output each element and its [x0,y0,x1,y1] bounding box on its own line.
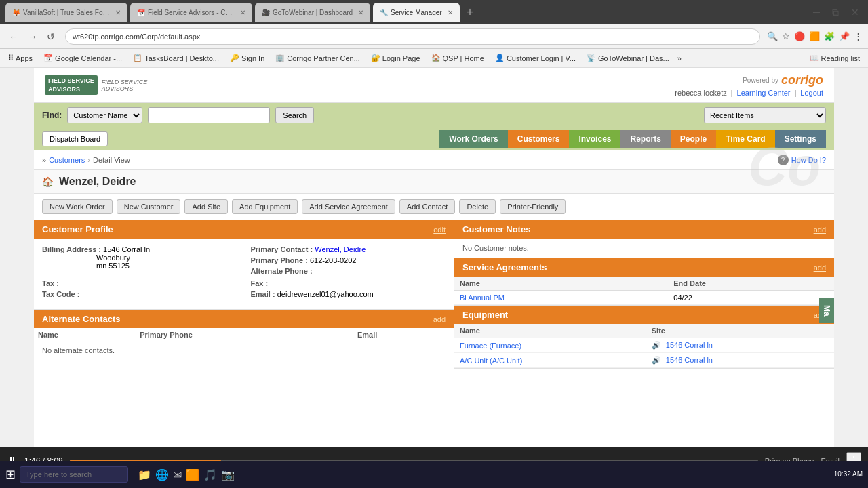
more-bookmarks[interactable]: » [677,54,682,62]
windows-start-button[interactable]: ⊞ [5,467,16,482]
tab-gotowebinar[interactable]: 🎥 GoToWebinar | Dashboard ✕ [255,3,370,22]
eq-site-link[interactable]: 1546 Corral ln [666,341,713,349]
taskbar-app2-icon[interactable]: 🎵 [203,468,217,481]
corrigo-ext-icon[interactable]: 🟧 [809,31,820,41]
new-tab-button[interactable]: + [462,5,478,20]
close-browser-button[interactable]: ✕ [848,5,863,19]
taskbar-time: 10:32 AM [834,470,863,479]
taskbar-search-input[interactable] [20,466,128,483]
nav-reports-button[interactable]: Reports [620,130,670,148]
customer-profile-section: Customer Profile edit Billing Address : … [34,220,454,309]
reading-list[interactable]: 📖 Reading list [807,52,863,64]
logout-link[interactable]: Logout [800,89,823,97]
add-service-agreement-link[interactable]: add [814,264,826,272]
sa-name: Bi Annual PM [454,291,668,305]
edit-profile-link[interactable]: edit [433,226,446,234]
ext2-icon[interactable]: 🧩 [824,31,835,41]
add-service-agreement-button[interactable]: Add Service Agreement [302,199,395,214]
bookmark-login[interactable]: 🔐 Login Page [368,52,423,64]
extension-icon[interactable]: 🔴 [794,31,805,41]
search-icon[interactable]: 🔍 [767,31,778,41]
service-agreement-row: Bi Annual PM 04/22 [454,291,834,305]
primary-contact-value[interactable]: Wenzel, Deidre [315,245,366,253]
add-note-link[interactable]: add [814,226,826,234]
taskbar-mail-icon[interactable]: ✉ [173,468,182,481]
delete-button[interactable]: Delete [459,199,496,214]
nav-invoices-button[interactable]: Invoices [569,130,620,148]
address-text: wt620tp.corrigo.com/Corp/default.aspx [73,33,200,41]
restore-button[interactable]: ⧉ [829,5,842,20]
dispatch-board-button[interactable]: Dispatch Board [42,131,108,146]
taskbar-app1-icon[interactable]: 🟧 [186,468,199,481]
how-do-i-link[interactable]: How Do I? [791,156,826,164]
minimize-button[interactable]: ─ [810,5,823,19]
search-button[interactable]: Search [275,107,314,123]
bookmark-customer[interactable]: 👤 Customer Login | V... [492,52,578,64]
equipment-table: Name Site Furnace (Furnace) 🔊 1546 Corra… [454,324,834,368]
back-button[interactable]: ← [5,30,22,43]
reload-button[interactable]: ↺ [43,30,58,43]
bookmark-qsp[interactable]: 🏠 QSP | Home [429,52,487,64]
taskbar-app3-icon[interactable]: 📷 [221,468,235,481]
taskbar-edge-icon[interactable]: 🌐 [155,468,169,481]
add-equipment-button[interactable]: Add Equipment [232,199,298,214]
tab-vanillasoft-close[interactable]: ✕ [115,9,121,16]
tab-servicemanager-title: Service Manager [391,9,442,16]
tab-fieldservice-close[interactable]: ✕ [240,9,245,16]
tab-gotowebinar-favicon: 🎥 [262,9,270,16]
contacts-col-email: Email [353,328,454,342]
customer-profile-header: Customer Profile edit [34,220,454,239]
printer-friendly-button[interactable]: Printer-Friendly [500,199,566,214]
eq-name-link[interactable]: Furnace (Furnace) [460,342,521,350]
bookmark-apps[interactable]: ⠿ Apps [5,52,35,64]
add-alternate-contact-link[interactable]: add [433,315,446,323]
find-select[interactable]: Customer Name Work Order Invoice [67,107,142,123]
add-site-button[interactable]: Add Site [184,199,228,214]
tab-servicemanager[interactable]: 🔧 Service Manager ✕ [373,3,460,22]
learning-center-link[interactable]: Learning Center [737,89,791,97]
eq-site: 🔊 1546 Corral ln [646,338,834,353]
bookmark-tasks[interactable]: 📋 TasksBoard | Deskto... [130,52,222,64]
bookmark-corrigo[interactable]: 🏢 Corrigo Partner Cen... [273,52,363,64]
ext3-icon[interactable]: 📌 [839,31,850,41]
no-alternate-contacts: No alternate contacts. [34,342,454,359]
tab-vanillasoft-favicon: 🦊 [12,9,20,16]
tab-vanillasoft[interactable]: 🦊 VanillaSoft | True Sales Force Au... ✕ [5,3,127,22]
breadcrumb-customers[interactable]: Customers [49,156,85,164]
add-contact-button[interactable]: Add Contact [399,199,456,214]
forward-button[interactable]: → [24,30,41,43]
menu-icon[interactable]: ⋮ [854,31,863,41]
taskbar-explorer-icon[interactable]: 📁 [138,468,151,481]
customer-notes-section: Customer Notes add No Customer notes. [454,220,834,258]
nav-work-orders-button[interactable]: Work Orders [439,130,507,148]
sa-name-link[interactable]: Bi Annual PM [460,293,505,302]
nav-time-card-button[interactable]: Time Card [716,130,774,148]
eq-site-link[interactable]: 1546 Corral ln [666,356,713,364]
tab-gotowebinar-close[interactable]: ✕ [358,9,363,16]
bookmark-signin[interactable]: 🔑 Sign In [227,52,267,64]
side-panel-ma[interactable]: Ma [819,298,834,323]
bookmark-gotowebinar[interactable]: 📡 GoToWebinar | Das... [584,52,672,64]
tab-fieldservice[interactable]: 📅 Field Service Advisors - Calendar... ✕ [130,3,252,22]
eq-name-link[interactable]: A/C Unit (A/C Unit) [460,357,522,365]
eq-col-site: Site [646,324,834,338]
billing-address-label: Billing Address : [42,245,101,253]
nav-customers-button[interactable]: Customers [508,130,570,148]
username: rebecca locketz [675,89,726,97]
address-bar[interactable]: wt620tp.corrigo.com/Corp/default.aspx [65,28,760,45]
help-icon[interactable]: ? [778,155,789,165]
service-agreements-header: Service Agreements add [454,258,834,277]
powered-by-label: Powered by [743,77,778,84]
find-input[interactable] [148,107,270,123]
tab-servicemanager-close[interactable]: ✕ [448,9,453,16]
recent-items-select[interactable]: Recent Items [704,107,826,123]
new-customer-button[interactable]: New Customer [117,199,181,214]
new-work-order-button[interactable]: New Work Order [42,199,113,214]
main-content: Customer Profile edit Billing Address : … [34,220,834,369]
tab-fieldservice-favicon: 📅 [137,9,145,16]
nav-settings-button[interactable]: Settings [775,130,826,148]
bookmark-gcal[interactable]: 📅 Google Calendar -... [41,52,125,64]
equipment-header: Equipment add [454,306,834,324]
nav-people-button[interactable]: People [671,130,716,148]
bookmark-icon[interactable]: ☆ [782,31,790,41]
